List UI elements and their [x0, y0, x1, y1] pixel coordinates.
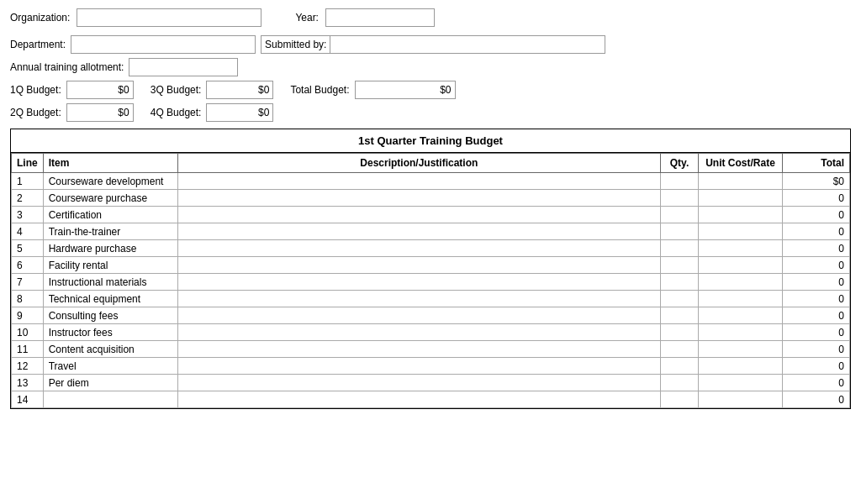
cell-total: 0 [783, 358, 850, 375]
cell-item: Consulting fees [43, 307, 177, 324]
organization-input[interactable] [77, 8, 261, 27]
total-budget-input[interactable] [355, 81, 456, 99]
q1-budget-label: 1Q Budget: [10, 84, 61, 96]
cell-description [177, 391, 660, 408]
table-row: 4Train-the-trainer0 [12, 223, 850, 240]
annual-allotment-label: Annual training allotment: [10, 61, 124, 73]
table-row: 3Certification0 [12, 207, 850, 223]
cell-item: Courseware purchase [43, 190, 177, 207]
table-row: 11Content acquisition0 [12, 341, 850, 358]
cell-unit-cost [699, 223, 783, 240]
cell-description [177, 324, 660, 341]
row-budget-q2-q4: 2Q Budget: 4Q Budget: [10, 103, 851, 122]
total-budget-label: Total Budget: [290, 84, 349, 96]
cell-qty [661, 257, 699, 274]
cell-description [177, 240, 660, 257]
table-row: 6Facility rental0 [12, 257, 850, 274]
cell-total: 0 [783, 307, 850, 324]
cell-description [177, 307, 660, 324]
cell-total: 0 [783, 291, 850, 307]
cell-description [177, 207, 660, 223]
table-row: 12Travel0 [12, 358, 850, 375]
header-unit-cost: Unit Cost/Rate [699, 154, 783, 173]
row-organization-year: Organization: Year: [10, 8, 851, 31]
cell-line: 8 [12, 291, 44, 307]
header-item: Item [43, 154, 177, 173]
cell-unit-cost [699, 291, 783, 307]
cell-description [177, 375, 660, 391]
table-row: 5Hardware purchase0 [12, 240, 850, 257]
cell-item: Per diem [43, 375, 177, 391]
cell-qty [661, 341, 699, 358]
table-row: 8Technical equipment0 [12, 291, 850, 307]
cell-description [177, 190, 660, 207]
cell-qty [661, 375, 699, 391]
cell-line: 14 [12, 391, 44, 408]
cell-item: Certification [43, 207, 177, 223]
cell-item: Courseware development [43, 173, 177, 190]
year-input[interactable] [325, 8, 435, 27]
cell-line: 10 [12, 324, 44, 341]
cell-total: 0 [783, 391, 850, 408]
cell-unit-cost [699, 274, 783, 291]
q3-budget-input[interactable] [206, 81, 273, 99]
submitted-by-label: Submitted by: [261, 36, 330, 53]
cell-description [177, 173, 660, 190]
cell-qty [661, 358, 699, 375]
year-field-group: Year: [295, 8, 435, 27]
table-title: 1st Quarter Training Budget [11, 129, 850, 153]
cell-description [177, 341, 660, 358]
cell-unit-cost [699, 341, 783, 358]
cell-line: 11 [12, 341, 44, 358]
cell-line: 12 [12, 358, 44, 375]
cell-line: 7 [12, 274, 44, 291]
cell-item: Hardware purchase [43, 240, 177, 257]
submitted-by-input[interactable] [330, 36, 605, 53]
cell-item: Facility rental [43, 257, 177, 274]
cell-qty [661, 173, 699, 190]
cell-unit-cost [699, 173, 783, 190]
table-row: 140 [12, 391, 850, 408]
cell-qty [661, 307, 699, 324]
cell-unit-cost [699, 240, 783, 257]
cell-description [177, 257, 660, 274]
page: Organization: Year: Department: Submitte… [0, 0, 861, 417]
header-line: Line [12, 154, 44, 173]
cell-qty [661, 207, 699, 223]
training-budget-table-section: 1st Quarter Training Budget Line Item De… [10, 129, 851, 409]
cell-qty [661, 391, 699, 408]
cell-description [177, 358, 660, 375]
cell-description [177, 223, 660, 240]
cell-line: 1 [12, 173, 44, 190]
cell-total: $0 [783, 173, 850, 190]
cell-item: Instructional materials [43, 274, 177, 291]
q2-budget-input[interactable] [66, 103, 134, 122]
cell-unit-cost [699, 257, 783, 274]
row-allotment: Annual training allotment: [10, 58, 851, 76]
cell-item: Instructor fees [43, 324, 177, 341]
cell-unit-cost [699, 207, 783, 223]
submitted-by-wrapper: Submitted by: [261, 35, 605, 54]
cell-total: 0 [783, 324, 850, 341]
cell-qty [661, 291, 699, 307]
cell-item: Travel [43, 358, 177, 375]
cell-line: 2 [12, 190, 44, 207]
department-input[interactable] [71, 35, 256, 54]
table-row: 9Consulting fees0 [12, 307, 850, 324]
cell-unit-cost [699, 375, 783, 391]
q4-budget-group: 4Q Budget: [151, 103, 274, 122]
annual-allotment-input[interactable] [129, 58, 238, 76]
table-header-row: Line Item Description/Justification Qty.… [12, 154, 850, 173]
cell-unit-cost [699, 324, 783, 341]
cell-unit-cost [699, 307, 783, 324]
department-label: Department: [10, 39, 66, 50]
row-department-submitted: Department: Submitted by: [10, 35, 851, 54]
q3-budget-label: 3Q Budget: [151, 84, 202, 96]
header-section: Organization: Year: Department: Submitte… [10, 8, 851, 122]
cell-description [177, 274, 660, 291]
q1-budget-input[interactable] [66, 81, 134, 99]
q4-budget-input[interactable] [206, 103, 273, 122]
header-description: Description/Justification [177, 154, 660, 173]
cell-total: 0 [783, 341, 850, 358]
cell-qty [661, 324, 699, 341]
